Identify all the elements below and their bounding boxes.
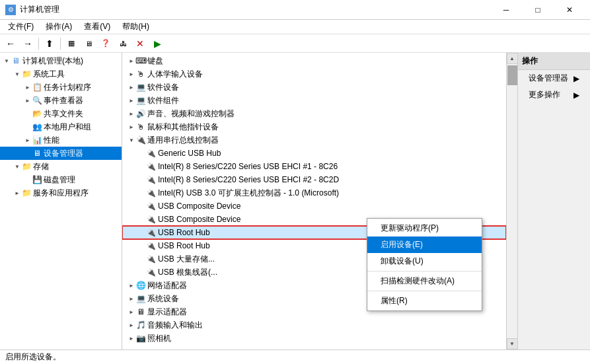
scroll-down-arrow[interactable]: ▼ xyxy=(507,338,518,349)
sidebar-item-system-tools[interactable]: ▼ 📁 系统工具 xyxy=(0,67,122,81)
device-manager-action-label: 设备管理器 xyxy=(529,73,568,84)
services-folder-icon: 📁 xyxy=(21,188,32,198)
show-hide-button[interactable]: ▦ xyxy=(63,36,79,51)
dev-intel-ehci1[interactable]: 🔌 Intel(R) 8 Series/C220 Series USB EHCI… xyxy=(122,160,506,173)
xhci-expand xyxy=(138,189,146,197)
root2-expand xyxy=(138,242,146,250)
dev-software[interactable]: ► 💻 软件设备 xyxy=(122,81,506,94)
sidebar-item-local-users[interactable]: 👥 本地用户和组 xyxy=(0,120,122,133)
ehci1-label: Intel(R) 8 Series/C220 Series USB EHCI #… xyxy=(158,162,338,171)
sound-label: 声音、视频和游戏控制器 xyxy=(147,108,235,120)
maximize-button[interactable]: □ xyxy=(523,0,553,20)
device-panel: ► ⌨ 键盘 ► 🖱 人体学输入设备 ► 💻 软件设备 ► 💻 软件组件 ► 🔊… xyxy=(122,53,506,349)
dev-usb-comp1[interactable]: 🔌 USB Composite Device xyxy=(122,200,506,213)
mass-icon: 🔌 xyxy=(146,254,157,264)
ctx-update-driver[interactable]: 更新驱动程序(P) xyxy=(367,220,482,237)
task-icon: 📋 xyxy=(32,82,42,92)
help-button[interactable]: ❓ xyxy=(98,36,114,51)
display-icon: 🖥 xyxy=(135,307,146,317)
storage-folder-icon: 📁 xyxy=(21,161,32,172)
right-item-more-actions[interactable]: 更多操作 ▶ xyxy=(518,87,590,103)
forward-button[interactable]: → xyxy=(20,36,36,51)
sidebar-item-shared-folders[interactable]: 📂 共享文件夹 xyxy=(0,107,122,120)
dev-hid[interactable]: ► 🖱 人体学输入设备 xyxy=(122,67,506,81)
net-icon: 🌐 xyxy=(135,280,146,291)
mouse-icon: 🖱 xyxy=(135,122,146,132)
menu-action[interactable]: 操作(A) xyxy=(40,20,77,34)
event-expand-icon: ► xyxy=(24,96,32,104)
ctx-uninstall[interactable]: 卸载设备(U) xyxy=(367,253,482,270)
softcomp-expand: ► xyxy=(128,96,135,104)
dev-intel-ehci2[interactable]: 🔌 Intel(R) 8 Series/C220 Series USB EHCI… xyxy=(122,173,506,186)
dev-generic-hub[interactable]: 🔌 Generic USB Hub xyxy=(122,147,506,160)
status-bar: 启用所选设备。 xyxy=(0,349,590,364)
sidebar-item-disk-mgmt[interactable]: 💾 磁盘管理 xyxy=(0,173,122,186)
back-button[interactable]: ← xyxy=(3,36,18,51)
sidebar-item-event-viewer[interactable]: ► 🔍 事件查看器 xyxy=(0,94,122,107)
dev-usb-ctrl[interactable]: ▼ 🔌 通用串行总线控制器 xyxy=(122,133,506,147)
users-label: 本地用户和组 xyxy=(44,122,91,133)
mass-expand xyxy=(138,255,146,263)
perf-icon: 📊 xyxy=(32,135,42,145)
display-label: 显示适配器 xyxy=(147,307,187,318)
xhci-icon: 🔌 xyxy=(146,188,157,198)
menu-help[interactable]: 帮助(H) xyxy=(117,20,155,34)
menu-view[interactable]: 查看(V) xyxy=(79,20,116,34)
system-label: 系统设备 xyxy=(147,293,179,305)
audio-expand: ► xyxy=(128,321,135,329)
ctx-enable-device[interactable]: 启用设备(E) xyxy=(367,237,482,253)
root3-label: USB 根集线器(... xyxy=(158,267,217,278)
keyboard-expand: ► xyxy=(128,57,135,65)
ghub-icon: 🔌 xyxy=(146,148,157,159)
root3-icon: 🔌 xyxy=(146,267,157,277)
dev-software-comp[interactable]: ► 💻 软件组件 xyxy=(122,94,506,107)
right-item-device-manager[interactable]: 设备管理器 ▶ xyxy=(518,70,590,87)
keyboard-label: 键盘 xyxy=(147,55,163,67)
hid-label: 人体学输入设备 xyxy=(147,69,203,80)
share-label: 共享文件夹 xyxy=(44,108,83,120)
app-icon: ⚙ xyxy=(5,5,16,15)
xhci-label: Intel(R) USB 3.0 可扩展主机控制器 - 1.0 (Microso… xyxy=(158,188,339,199)
scroll-thumb[interactable] xyxy=(507,65,517,85)
close-button[interactable]: ✕ xyxy=(554,0,585,20)
keyboard-icon: ⌨ xyxy=(135,55,146,66)
mouse-label: 鼠标和其他指针设备 xyxy=(147,122,219,133)
sidebar-item-device-manager[interactable]: 🖥 设备管理器 xyxy=(0,147,122,160)
network-button[interactable]: 🖧 xyxy=(115,36,131,51)
camera-expand: ► xyxy=(128,334,135,342)
sidebar-item-performance[interactable]: ► 📊 性能 xyxy=(0,133,122,147)
sidebar-item-services[interactable]: ► 📁 服务和应用程序 xyxy=(0,186,122,200)
sidebar-root[interactable]: ▼ 🖥 计算机管理(本地) xyxy=(0,54,122,67)
dev-keyboard[interactable]: ► ⌨ 键盘 xyxy=(122,54,506,67)
users-icon: 👥 xyxy=(32,122,42,132)
sidebar-item-task-scheduler[interactable]: ► 📋 任务计划程序 xyxy=(0,81,122,94)
hid-icon: 🖱 xyxy=(135,69,146,79)
dev-intel-xhci[interactable]: 🔌 Intel(R) USB 3.0 可扩展主机控制器 - 1.0 (Micro… xyxy=(122,186,506,200)
minimize-button[interactable]: ─ xyxy=(491,0,521,20)
up-button[interactable]: ⬆ xyxy=(42,36,57,51)
properties-button[interactable]: 🖥 xyxy=(81,36,96,51)
sound-expand: ► xyxy=(128,110,135,118)
delete-button[interactable]: ✕ xyxy=(132,36,148,51)
dev-audio-io[interactable]: ► 🎵 音频输入和输出 xyxy=(122,318,506,332)
play-button[interactable]: ▶ xyxy=(149,36,165,51)
device-manager-label: 设备管理器 xyxy=(44,148,83,159)
dev-sound[interactable]: ► 🔊 声音、视频和游戏控制器 xyxy=(122,107,506,120)
ehci1-expand xyxy=(138,163,146,170)
scroll-up-arrow[interactable]: ▲ xyxy=(507,53,518,64)
ctx-scan[interactable]: 扫描检测硬件改动(A) xyxy=(367,273,482,289)
device-manager-icon: 🖥 xyxy=(32,148,42,159)
sidebar-item-storage[interactable]: ▼ 📁 存储 xyxy=(0,160,122,173)
system-tools-label: 系统工具 xyxy=(33,69,65,80)
storage-label: 存储 xyxy=(33,161,49,172)
camera-label: 照相机 xyxy=(147,333,171,344)
ctx-separator xyxy=(367,271,482,272)
display-expand: ► xyxy=(128,308,135,316)
comp1-expand xyxy=(138,202,146,210)
dev-mouse[interactable]: ► 🖱 鼠标和其他指针设备 xyxy=(122,120,506,133)
more-actions-label: 更多操作 xyxy=(529,89,560,100)
menu-file[interactable]: 文件(F) xyxy=(3,20,39,34)
ctx-properties[interactable]: 属性(R) xyxy=(367,293,482,309)
device-manager-arrow-icon: ▶ xyxy=(573,74,579,83)
dev-camera[interactable]: ► 📷 照相机 xyxy=(122,332,506,345)
